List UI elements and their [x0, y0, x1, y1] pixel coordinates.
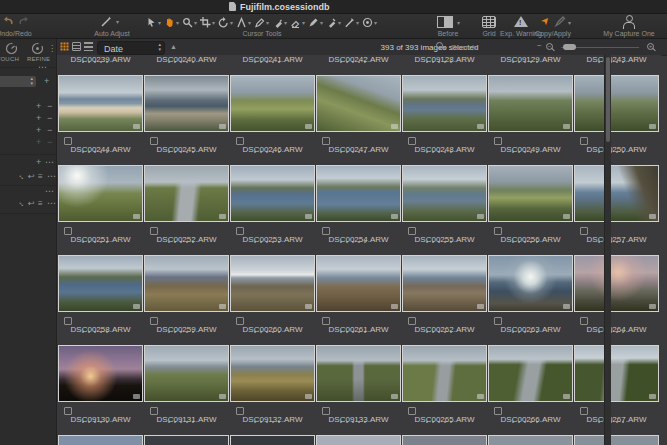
photo-thumbnail[interactable] — [58, 75, 143, 132]
title-bar[interactable]: Fujifilm.cosessiondb — [0, 0, 667, 14]
loupe-tool[interactable]: ▾ — [182, 16, 200, 29]
copy-adjustments-arrow-icon[interactable]: ➤ — [538, 14, 552, 27]
thumbnail-cell[interactable]: DSC00246.ARW — [230, 75, 316, 165]
add-button[interactable]: + — [44, 77, 49, 86]
thumbnail-cell[interactable] — [402, 435, 488, 445]
photo-thumbnail[interactable] — [316, 165, 401, 222]
erase-mask-tool[interactable]: ▾ — [326, 16, 344, 29]
search-caret-icon[interactable]: ▾ — [444, 45, 447, 51]
photo-thumbnail[interactable] — [144, 345, 229, 402]
thumbnail-cell[interactable]: DSC00258.ARW — [58, 255, 144, 345]
heal-tool[interactable]: ▾ — [272, 16, 290, 29]
select-checkbox[interactable] — [150, 137, 158, 145]
thumbnail-cell[interactable]: DSC00267.ARW — [574, 345, 660, 435]
presets-menu-icon[interactable]: ≡ — [38, 199, 43, 208]
photo-thumbnail[interactable] — [402, 345, 487, 402]
plus-button[interactable]: + — [36, 126, 41, 135]
color-picker-tool[interactable]: ▾ — [362, 16, 380, 29]
auto-adjust-caret-icon[interactable]: ▾ — [116, 19, 119, 25]
sort-by-dropdown[interactable]: Date ▴▾ — [97, 41, 165, 55]
thumbnail-cell[interactable]: DSC00252.ARW — [144, 165, 230, 255]
photo-thumbnail[interactable] — [574, 255, 659, 312]
thumbnail-cell[interactable]: DSC00256.ARW — [488, 165, 574, 255]
thumbnail-cell[interactable] — [58, 435, 144, 445]
thumbnail-cell[interactable] — [316, 435, 402, 445]
photo-thumbnail[interactable] — [58, 255, 143, 312]
photo-thumbnail[interactable] — [58, 435, 143, 445]
photo-thumbnail[interactable] — [574, 435, 659, 445]
thumbnail-cell[interactable]: DSC00257.ARW — [574, 165, 660, 255]
select-checkbox[interactable] — [236, 407, 244, 415]
thumbnail-cell[interactable] — [144, 435, 230, 445]
rotate-tool[interactable]: ▾ — [218, 16, 236, 29]
thumbnail-cell[interactable]: DSC00248.ARW — [402, 75, 488, 165]
photo-thumbnail[interactable] — [488, 435, 573, 445]
photo-thumbnail[interactable] — [574, 75, 659, 132]
plus-button[interactable]: + — [36, 138, 41, 147]
undo-button[interactable] — [2, 15, 14, 27]
photo-thumbnail[interactable] — [488, 165, 573, 222]
select-checkbox[interactable] — [322, 317, 330, 325]
select-checkbox[interactable] — [408, 137, 416, 145]
photo-thumbnail[interactable] — [574, 345, 659, 402]
thumbnail-cell[interactable]: DSC00243.ARW — [574, 55, 660, 75]
select-checkbox[interactable] — [580, 227, 588, 235]
copy-apply-caret-icon[interactable]: ▾ — [568, 20, 571, 26]
grid-icon[interactable] — [482, 16, 496, 28]
plus-button[interactable]: + — [36, 102, 41, 111]
redo-button[interactable] — [18, 15, 30, 27]
select-checkbox[interactable] — [64, 317, 72, 325]
gradient-mask-tool[interactable]: ▾ — [344, 16, 362, 29]
plus-button[interactable]: + — [36, 158, 41, 167]
scrollbar-thumb[interactable] — [606, 57, 610, 142]
photo-thumbnail[interactable] — [574, 165, 659, 222]
sidebar-drag-handle-icon[interactable]: ⋮ — [48, 44, 56, 53]
photo-thumbnail[interactable] — [58, 165, 143, 222]
select-checkbox[interactable] — [494, 317, 502, 325]
spot-remove-tool[interactable]: ▾ — [254, 16, 272, 29]
vertical-scrollbar[interactable] — [604, 55, 611, 445]
photo-thumbnail[interactable] — [488, 345, 573, 402]
select-checkbox[interactable] — [64, 407, 72, 415]
thumbnail-cell[interactable]: DSC09128.ARW — [402, 55, 488, 75]
exposure-warning-icon[interactable]: ! — [514, 16, 528, 27]
thumbnail-cell[interactable] — [574, 435, 660, 445]
panel-menu-icon[interactable]: ⋯ — [47, 199, 56, 208]
tab-retouch[interactable]: RETOUCH — [0, 56, 19, 62]
sort-stepper-icon[interactable]: ▴▾ — [158, 42, 161, 52]
photo-thumbnail[interactable] — [316, 435, 401, 445]
select-checkbox[interactable] — [580, 317, 588, 325]
thumbnail-cell[interactable]: DSC00260.ARW — [230, 255, 316, 345]
retouch-tab-dial-icon[interactable] — [5, 42, 18, 55]
select-checkbox[interactable] — [322, 227, 330, 235]
presets-menu-icon[interactable]: ≡ — [38, 172, 43, 181]
select-checkbox[interactable] — [150, 407, 158, 415]
minus-button[interactable]: − — [47, 138, 52, 147]
zoom-out-minus[interactable]: − — [537, 41, 542, 50]
thumbnail-cell[interactable]: DSC00265.ARW — [402, 345, 488, 435]
thumbnail-cell[interactable]: DSC00261.ARW — [316, 255, 402, 345]
photo-thumbnail[interactable] — [488, 75, 573, 132]
select-checkbox[interactable] — [580, 407, 588, 415]
select-checkbox[interactable] — [408, 227, 416, 235]
search-field[interactable]: ▾ — [435, 41, 545, 53]
photo-thumbnail[interactable] — [316, 345, 401, 402]
thumbnail-cell[interactable]: DSC00255.ARW — [402, 165, 488, 255]
select-checkbox[interactable] — [494, 227, 502, 235]
select-checkbox[interactable] — [408, 407, 416, 415]
draw-mask-tool[interactable]: ▾ — [308, 16, 326, 29]
photo-thumbnail[interactable] — [144, 255, 229, 312]
thumbnail-cell[interactable]: DSC00244.ARW — [58, 75, 144, 165]
thumbnail-cell[interactable]: DSC00251.ARW — [58, 165, 144, 255]
expand-diagonal-icon[interactable]: ↔ — [16, 170, 28, 182]
thumbnail-cell[interactable]: DSC00253.ARW — [230, 165, 316, 255]
photo-thumbnail[interactable] — [230, 435, 315, 445]
expand-diagonal-icon[interactable]: ↔ — [16, 197, 28, 209]
zoom-slider-thumb[interactable] — [563, 44, 576, 50]
pan-tool[interactable]: ▾ — [164, 16, 182, 29]
thumbnail-cell[interactable]: DSC00247.ARW — [316, 75, 402, 165]
thumbnail-cell[interactable]: DSC00249.ARW — [488, 75, 574, 165]
select-checkbox[interactable] — [64, 227, 72, 235]
photo-thumbnail[interactable] — [144, 435, 229, 445]
thumbnail-cell[interactable]: DSC09129.ARW — [488, 55, 574, 75]
